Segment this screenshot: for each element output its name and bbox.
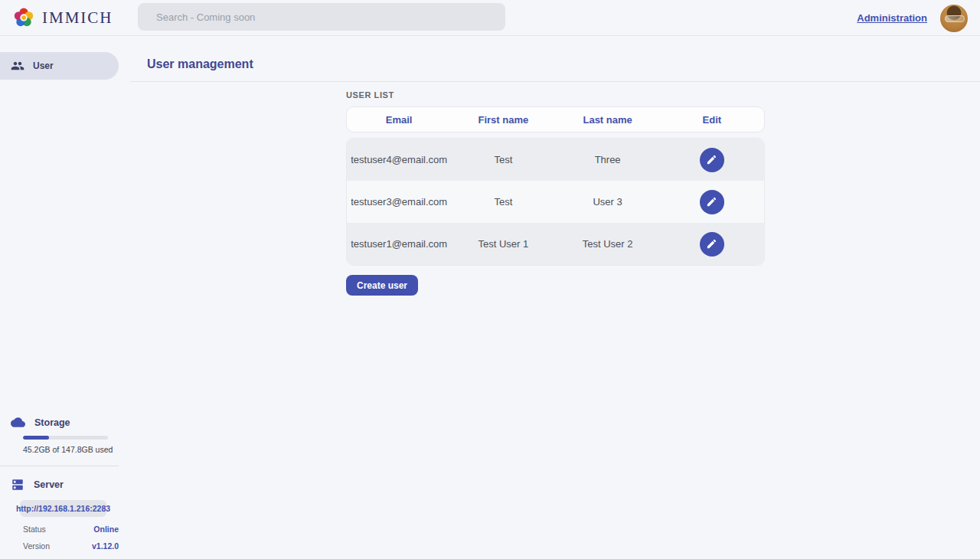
top-navbar: IMMICH Administration [0, 0, 980, 36]
edit-user-button[interactable] [700, 232, 724, 257]
pencil-icon [706, 196, 717, 208]
cell-last-name: Test User 2 [556, 238, 660, 250]
cell-first-name: Test User 1 [451, 238, 555, 250]
column-header-last-name: Last name [556, 114, 660, 126]
server-url-badge: http://192.168.1.216:2283 [20, 500, 106, 517]
edit-user-button[interactable] [700, 190, 724, 214]
cell-email: testuser1@email.com [347, 238, 451, 250]
user-table-body: testuser4@email.com Test Three testuser3… [346, 138, 765, 266]
server-version-value: v1.12.0 [92, 541, 119, 551]
search-bar [138, 3, 505, 31]
sidebar-item-user-label: User [33, 60, 54, 71]
server-section-header: Server [0, 478, 130, 492]
users-group-icon [11, 59, 24, 73]
server-version-row: Version v1.12.0 [23, 541, 119, 551]
table-row: testuser1@email.com Test User 1 Test Use… [347, 223, 764, 265]
cell-email: testuser3@email.com [347, 196, 451, 208]
cell-last-name: Three [556, 154, 660, 165]
table-row: testuser4@email.com Test Three [347, 139, 764, 181]
cell-last-name: User 3 [556, 196, 660, 208]
user-list-panel: USER LIST Email First name Last name Edi… [346, 90, 765, 296]
cell-first-name: Test [451, 154, 555, 165]
user-list-label: USER LIST [346, 90, 765, 100]
sidebar-footer: Storage 45.2GB of 147.8GB used Server ht… [0, 415, 130, 551]
administration-link[interactable]: Administration [857, 12, 927, 24]
cell-first-name: Test [451, 196, 555, 208]
server-label: Server [34, 479, 64, 490]
table-row: testuser3@email.com Test User 3 [347, 181, 764, 223]
page-title: User management [147, 57, 253, 71]
sidebar-item-user[interactable]: User [0, 52, 119, 80]
main-content: User management USER LIST Email First na… [130, 36, 980, 559]
server-icon [11, 478, 24, 492]
immich-wordmark: IMMICH [42, 8, 113, 28]
cell-email: testuser4@email.com [347, 154, 451, 165]
column-header-first-name: First name [451, 114, 555, 126]
sidebar-divider [0, 466, 119, 466]
storage-progress-track [23, 436, 108, 440]
navbar-right: Administration [857, 0, 968, 36]
user-avatar[interactable] [940, 5, 968, 32]
sidebar: User Storage 45.2GB of 147.8GB used Serv… [0, 36, 130, 559]
pencil-icon [706, 154, 717, 165]
server-status-value: Online [93, 525, 119, 534]
edit-user-button[interactable] [700, 148, 724, 172]
search-input[interactable] [138, 3, 505, 31]
immich-flower-icon [12, 6, 35, 29]
storage-section-header: Storage [0, 415, 130, 430]
create-user-button[interactable]: Create user [346, 275, 418, 296]
storage-label: Storage [34, 417, 70, 428]
column-header-edit: Edit [660, 114, 764, 126]
immich-logo[interactable]: IMMICH [0, 6, 113, 29]
storage-usage-text: 45.2GB of 147.8GB used [23, 445, 130, 454]
server-status-row: Status Online [23, 525, 119, 534]
user-table-header: Email First name Last name Edit [346, 106, 765, 132]
server-version-label: Version [23, 541, 50, 551]
server-status-label: Status [23, 525, 46, 534]
pencil-icon [706, 238, 717, 250]
storage-progress-fill [23, 436, 49, 440]
column-header-email: Email [347, 114, 451, 126]
cloud-icon [11, 415, 25, 430]
title-divider [130, 81, 980, 82]
